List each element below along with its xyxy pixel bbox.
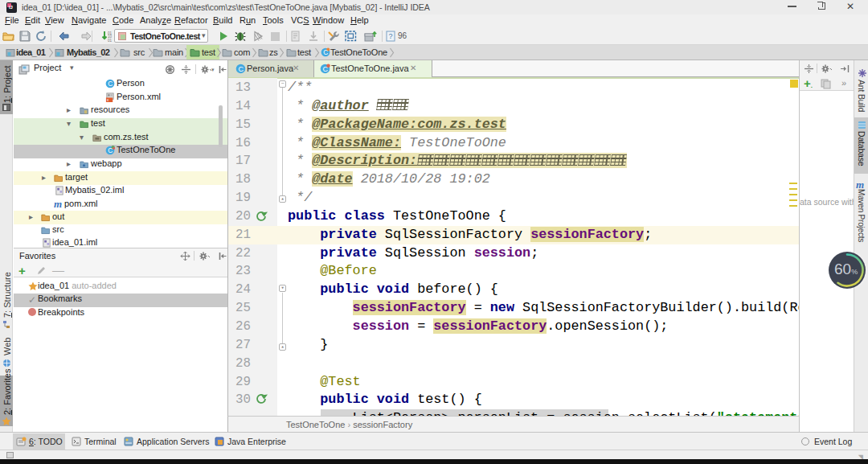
svg-text:01: 01 xyxy=(108,39,113,43)
svg-text:?: ? xyxy=(388,32,392,40)
svg-text:C: C xyxy=(108,80,113,88)
svg-text:C: C xyxy=(323,48,328,56)
svg-text:C: C xyxy=(238,65,244,73)
svg-text:C: C xyxy=(322,65,328,73)
svg-text:C: C xyxy=(108,146,113,154)
